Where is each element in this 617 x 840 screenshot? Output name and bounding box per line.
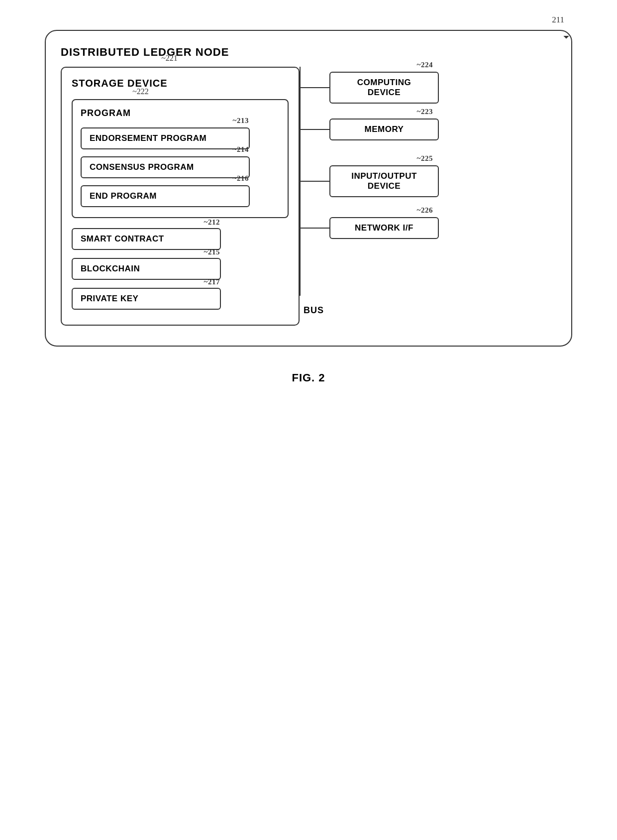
h-line-memory <box>300 129 329 130</box>
ref-217: ~217 <box>204 278 220 286</box>
ref-221: ~221 <box>161 54 178 63</box>
network-box: ~226 NETWORK I/F <box>329 217 439 239</box>
memory-label: MEMORY <box>365 124 404 134</box>
inner-layout: ~221 STORAGE DEVICE ~222 PROGRAM ~213 <box>61 67 556 326</box>
h-line-computing <box>300 87 329 88</box>
ref-214: ~214 <box>232 145 249 154</box>
blockchain-label: BLOCKCHAIN <box>81 264 140 273</box>
fig-label: FIG. 2 <box>292 371 325 384</box>
right-panel: ~224 COMPUTING DEVICE ~223 MEMORY <box>300 67 556 326</box>
memory-box: ~223 MEMORY <box>329 119 439 140</box>
computing-device-box: ~224 COMPUTING DEVICE <box>329 72 439 104</box>
private-key-box: ~217 PRIVATE KEY <box>72 288 221 310</box>
computing-label: COMPUTING DEVICE <box>357 78 411 97</box>
smart-contract-box: ~212 SMART CONTRACT <box>72 228 221 250</box>
program-label: PROGRAM <box>81 108 280 119</box>
consensus-label: CONSENSUS PROGRAM <box>90 162 194 172</box>
h-line-io <box>300 181 329 182</box>
outer-label: DISTRIBUTED LEDGER NODE <box>61 46 556 59</box>
storage-label: STORAGE DEVICE <box>72 78 289 89</box>
outer-box: 211 DISTRIBUTED LEDGER NODE ~221 STORAGE… <box>45 30 572 347</box>
endorsement-label: ENDORSEMENT PROGRAM <box>90 133 206 143</box>
ref-226: ~226 <box>416 206 433 215</box>
ref-222: ~222 <box>132 87 149 96</box>
smart-contract-label: SMART CONTRACT <box>81 234 164 243</box>
bus-right-area: BUS ~224 COMPUTING DEVICE <box>300 67 556 326</box>
ref-211-arrow <box>563 33 569 38</box>
io-device-row: ~225 INPUT/OUTPUT DEVICE <box>300 165 556 197</box>
endorsement-program-box: ~213 ENDORSEMENT PROGRAM <box>81 127 250 149</box>
ref-224: ~224 <box>416 61 433 69</box>
program-box: ~222 PROGRAM ~213 ENDORSEMENT PROGRAM ~2… <box>72 99 289 218</box>
io-label: INPUT/OUTPUT DEVICE <box>351 171 417 191</box>
ref-223: ~223 <box>416 108 433 116</box>
ref-212: ~212 <box>204 218 220 227</box>
ref-211-label: 211 <box>552 15 564 25</box>
bus-label: BUS <box>304 305 324 316</box>
io-device-box: ~225 INPUT/OUTPUT DEVICE <box>329 165 439 197</box>
ref-225: ~225 <box>416 154 433 163</box>
end-program-box: ~216 END PROGRAM <box>81 185 250 207</box>
end-label: END PROGRAM <box>90 191 157 201</box>
consensus-program-box: ~214 CONSENSUS PROGRAM <box>81 156 250 178</box>
computing-device-row: ~224 COMPUTING DEVICE <box>300 72 556 104</box>
private-key-label: PRIVATE KEY <box>81 294 138 303</box>
memory-row: ~223 MEMORY <box>300 119 556 140</box>
diagram-wrapper: 211 DISTRIBUTED LEDGER NODE ~221 STORAGE… <box>35 30 582 384</box>
h-line-network <box>300 228 329 229</box>
network-row: ~226 NETWORK I/F <box>300 217 556 239</box>
ref-213: ~213 <box>232 117 249 125</box>
blockchain-box: ~215 BLOCKCHAIN <box>72 258 221 280</box>
network-label: NETWORK I/F <box>355 223 413 233</box>
ref-216: ~216 <box>232 174 249 183</box>
ref-215: ~215 <box>204 248 220 256</box>
storage-device-box: ~221 STORAGE DEVICE ~222 PROGRAM ~213 <box>61 67 300 326</box>
